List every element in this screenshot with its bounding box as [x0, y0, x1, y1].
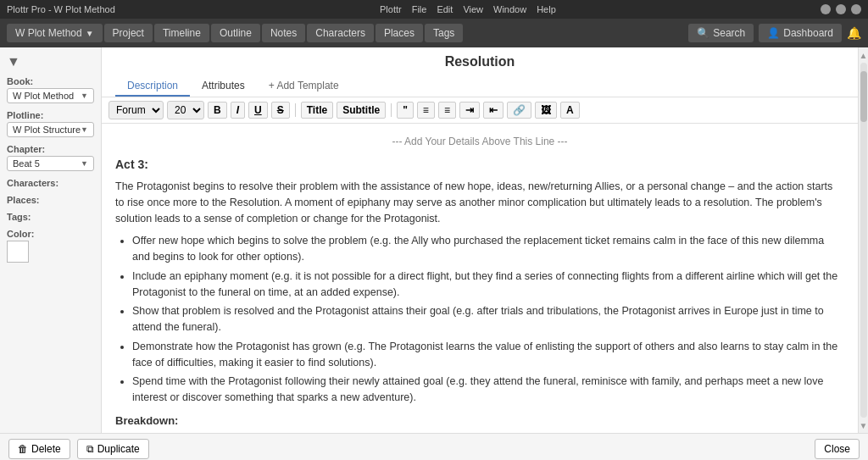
list-item: Show that problem is resolved and the Pr…	[132, 303, 844, 335]
book-arrow: ▼	[81, 91, 88, 100]
menu-window[interactable]: Window	[493, 4, 526, 14]
color-label: Color:	[7, 229, 94, 239]
ordered-list-button[interactable]: ≡	[438, 102, 456, 119]
dashboard-button[interactable]: 👤 Dashboard	[759, 24, 842, 42]
breakdown-label: Breakdown:	[115, 413, 844, 430]
tab-description[interactable]: Description	[115, 76, 190, 97]
italic-button[interactable]: I	[231, 102, 245, 119]
menu-plottr[interactable]: Plottr	[380, 4, 402, 14]
trash-icon: 🗑	[18, 443, 28, 455]
blockquote-button[interactable]: "	[397, 102, 414, 119]
copy-icon: ⧉	[86, 443, 94, 455]
content-title: Resolution	[115, 54, 844, 69]
chapter-arrow: ▼	[81, 159, 88, 168]
link-button[interactable]: 🔗	[507, 102, 531, 119]
outline-button[interactable]: Outline	[211, 24, 260, 42]
dashboard-label: Dashboard	[783, 27, 833, 39]
close-window-button[interactable]	[851, 4, 861, 14]
delete-label: Delete	[31, 443, 61, 455]
main-paragraph: The Protagonist begins to resolve their …	[115, 179, 844, 226]
tags-button[interactable]: Tags	[425, 24, 463, 42]
subtitle-button[interactable]: Subtitle	[337, 102, 386, 119]
editor-content[interactable]: --- Add Your Details Above This Line ---…	[102, 124, 858, 433]
tab-add-template[interactable]: + Add Template	[257, 76, 351, 97]
close-button[interactable]: Close	[815, 439, 860, 459]
nav-left: W Plot Method ▼ Project Timeline Outline…	[7, 24, 463, 42]
list-item: Include an epiphany moment (e.g. it is n…	[132, 269, 844, 301]
add-details-line: --- Add Your Details Above This Line ---	[115, 134, 844, 149]
indent-button[interactable]: ⇥	[459, 102, 480, 119]
content-area: Resolution Description Attributes + Add …	[102, 47, 858, 433]
search-label: Search	[713, 27, 745, 39]
tags-label: Tags:	[7, 212, 94, 222]
bottom-bar: 🗑 Delete ⧉ Duplicate Close	[0, 433, 868, 460]
window-controls[interactable]	[821, 4, 861, 14]
project-button[interactable]: Project	[104, 24, 153, 42]
method-button[interactable]: W Plot Method ▼	[7, 24, 103, 42]
app-title: Plottr Pro - W Plot Method	[7, 4, 115, 14]
bold-button[interactable]: B	[208, 102, 227, 119]
book-label: Book:	[7, 76, 94, 86]
content-header: Resolution Description Attributes + Add …	[102, 47, 858, 97]
menu-help[interactable]: Help	[537, 4, 556, 14]
main-layout: ▼ Book: W Plot Method ▼ Plotline: W Plot…	[0, 47, 868, 433]
search-button[interactable]: 🔍 Search	[688, 24, 754, 42]
minimize-button[interactable]	[821, 4, 831, 14]
toolbar-divider-2	[391, 103, 392, 117]
search-icon: 🔍	[697, 27, 709, 39]
color-field: Color:	[7, 229, 94, 263]
right-panel: ▲ ▼	[858, 47, 868, 433]
plotline-dropdown[interactable]: W Plot Structure ▼	[7, 122, 94, 137]
menu-file[interactable]: File	[412, 4, 427, 14]
toolbar-divider-1	[295, 103, 296, 117]
maximize-button[interactable]	[836, 4, 846, 14]
content-tabs: Description Attributes + Add Template	[115, 76, 844, 97]
scroll-down[interactable]: ▼	[860, 421, 868, 430]
strikethrough-button[interactable]: S	[271, 102, 290, 119]
plotline-arrow: ▼	[81, 125, 88, 134]
list-item: Offer new hope which begins to solve the…	[132, 233, 844, 265]
bullet-list: Offer new hope which begins to solve the…	[132, 233, 844, 406]
places-field: Places:	[7, 195, 94, 205]
sidebar: ▼ Book: W Plot Method ▼ Plotline: W Plot…	[0, 47, 102, 433]
title-bar: Plottr Pro - W Plot Method Plottr File E…	[0, 0, 868, 19]
menu-bar[interactable]: Plottr File Edit View Window Help	[380, 4, 556, 14]
filter-icon: ▼	[7, 54, 94, 69]
plotline-label: Plotline:	[7, 110, 94, 120]
characters-label: Characters:	[7, 178, 94, 188]
duplicate-label: Duplicate	[97, 443, 140, 455]
characters-button[interactable]: Characters	[307, 24, 374, 42]
chapter-dropdown[interactable]: Beat 5 ▼	[7, 156, 94, 171]
menu-view[interactable]: View	[463, 4, 483, 14]
bullet-list-button[interactable]: ≡	[417, 102, 435, 119]
places-button[interactable]: Places	[376, 24, 423, 42]
chapter-label: Chapter:	[7, 144, 94, 154]
menu-edit[interactable]: Edit	[437, 4, 453, 14]
method-label: W Plot Method	[15, 27, 82, 39]
notes-button[interactable]: Notes	[262, 24, 305, 42]
chapter-value: Beat 5	[13, 158, 40, 169]
color-picker[interactable]	[7, 241, 29, 263]
book-dropdown[interactable]: W Plot Method ▼	[7, 88, 94, 103]
format-button[interactable]: A	[560, 102, 580, 119]
title-button[interactable]: Title	[301, 102, 333, 119]
nav-right: 🔍 Search 👤 Dashboard 🔔	[688, 24, 861, 42]
font-size-select[interactable]: 20	[167, 101, 204, 119]
underline-button[interactable]: U	[248, 102, 268, 119]
outdent-button[interactable]: ⇤	[483, 102, 504, 119]
duplicate-button[interactable]: ⧉ Duplicate	[77, 439, 149, 459]
tab-attributes[interactable]: Attributes	[190, 76, 257, 97]
plotline-field: Plotline: W Plot Structure ▼	[7, 110, 94, 137]
notifications-button[interactable]: 🔔	[847, 26, 861, 40]
top-nav: W Plot Method ▼ Project Timeline Outline…	[0, 19, 868, 47]
user-icon: 👤	[767, 27, 780, 39]
timeline-button[interactable]: Timeline	[154, 24, 209, 42]
book-field: Book: W Plot Method ▼	[7, 76, 94, 103]
scrollbar-track[interactable]	[860, 63, 867, 418]
image-button[interactable]: 🖼	[535, 102, 557, 119]
font-family-select[interactable]: Forum	[108, 101, 164, 119]
method-arrow: ▼	[86, 29, 94, 38]
scroll-up[interactable]: ▲	[860, 51, 868, 59]
delete-button[interactable]: 🗑 Delete	[8, 439, 70, 459]
scrollbar-thumb[interactable]	[860, 71, 867, 122]
